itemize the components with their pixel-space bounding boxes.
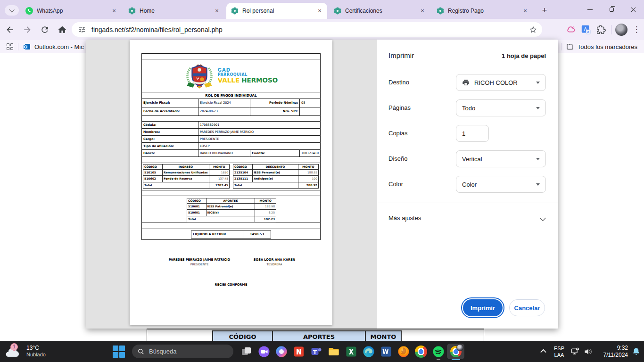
- all-bookmarks-button[interactable]: Todos los marcadores: [566, 43, 637, 50]
- url-bar[interactable]: fingads.net/sf2/nomina/files/rol_persona…: [72, 22, 542, 37]
- close-window-button[interactable]: [622, 0, 644, 19]
- tab-label: Rol personal: [242, 8, 316, 14]
- tab-rol-personal[interactable]: Rol personal ×: [226, 3, 327, 19]
- apps-grid-icon[interactable]: [7, 43, 13, 50]
- org-line-3: VALLEHERMOSO: [218, 77, 278, 84]
- tab-certificaciones[interactable]: Certificaciones ×: [329, 3, 430, 19]
- doc-row-nombres: Nombres:PAREDES PERRAZO JAIME PATRICIO: [142, 129, 320, 136]
- reload-icon: [40, 25, 50, 34]
- pdf-app-icon[interactable]: [290, 344, 307, 359]
- tab-search-button[interactable]: [5, 5, 19, 16]
- tab-whatsapp[interactable]: WhatsApp ×: [21, 3, 122, 19]
- doc-liquido-row: LIQUIDO A RECIBIR 1498.53: [142, 229, 320, 239]
- chevron-down-icon[interactable]: [540, 215, 546, 221]
- fingads-icon: [437, 7, 444, 15]
- caret-down-icon: [536, 107, 540, 109]
- bookmark-star-icon[interactable]: [529, 25, 537, 34]
- chrome-icon[interactable]: [412, 344, 429, 359]
- teams-icon[interactable]: [307, 344, 325, 359]
- kebab-icon: ⋮: [633, 25, 641, 34]
- tab-registro-pago[interactable]: Registro Pago ×: [432, 3, 533, 19]
- caret-down-icon: [536, 158, 540, 160]
- task-view-button[interactable]: [238, 344, 255, 359]
- browser-menu-button[interactable]: ⋮: [629, 22, 644, 37]
- excel-icon[interactable]: [342, 344, 360, 359]
- profile-avatar[interactable]: [614, 22, 629, 37]
- clock[interactable]: 9:32 7/11/2024: [595, 345, 628, 359]
- back-button[interactable]: [2, 22, 17, 37]
- doc-empty-row: [142, 222, 320, 229]
- copilot-icon[interactable]: [272, 344, 290, 359]
- color-value: Color: [462, 181, 477, 188]
- cancel-button[interactable]: Cancelar: [509, 299, 545, 316]
- translate-icon[interactable]: Aa: [578, 22, 594, 37]
- org-line-1: GAD: [218, 68, 278, 73]
- destination-label: Destino: [388, 79, 409, 86]
- file-explorer-icon[interactable]: [325, 344, 342, 359]
- network-tray-icon[interactable]: [569, 341, 582, 362]
- close-icon[interactable]: ×: [110, 7, 118, 15]
- doc-empty-row: [142, 157, 320, 163]
- divider: [377, 203, 558, 203]
- avatar: [615, 24, 627, 36]
- weather-widget[interactable]: 1 13°C Nublado: [4, 343, 46, 359]
- notification-bell[interactable]: [628, 341, 644, 362]
- org-name-block: GAD PARROQUIAL VALLEHERMOSO: [218, 68, 278, 84]
- print-preview-area: GAD PARROQUIAL VALLEHERMOSO ROL DE PAGOS…: [86, 40, 377, 329]
- print-button-focus-ring: Imprimir: [461, 297, 504, 318]
- date: 7/11/2024: [595, 352, 628, 359]
- language-indicator[interactable]: ESP LAA: [550, 345, 569, 358]
- print-settings-panel: Imprimir 1 hoja de papel Destino RICOH C…: [377, 40, 558, 329]
- taskbar-search[interactable]: Búsqueda: [132, 345, 233, 358]
- close-icon[interactable]: ×: [316, 7, 323, 15]
- pages-dropdown[interactable]: Todo: [456, 99, 546, 116]
- copies-input[interactable]: 1: [456, 125, 489, 142]
- aportes-table: CÓDIGOAPORTESMONTO 510601IESS Patronal(e…: [187, 198, 276, 222]
- extensions-puzzle-icon[interactable]: [594, 22, 609, 37]
- notification-badge: 1: [10, 343, 18, 351]
- maximize-button[interactable]: [601, 0, 622, 19]
- layout-dropdown[interactable]: Vertical: [456, 150, 546, 167]
- search-icon: [138, 348, 144, 355]
- tab-home[interactable]: Home ×: [124, 3, 224, 19]
- whatsapp-icon: [25, 7, 33, 15]
- sheet-count: 1 hoja de papel: [502, 52, 546, 59]
- copies-label: Copias: [388, 130, 407, 137]
- close-icon[interactable]: ×: [419, 7, 426, 15]
- bookmark-outlook[interactable]: Outlook.com - Mic: [23, 43, 84, 50]
- minimize-button[interactable]: [579, 0, 601, 19]
- word-icon[interactable]: [377, 344, 395, 359]
- more-settings-button[interactable]: Más ajustes: [388, 214, 421, 222]
- toolbar-extensions: Aa ⋮: [563, 19, 644, 40]
- print-button[interactable]: Imprimir: [463, 299, 503, 316]
- chrome-active-window-icon[interactable]: [447, 344, 464, 359]
- caret-down-icon: [536, 183, 540, 186]
- reload-button[interactable]: [37, 22, 52, 37]
- layout-label: Diseño: [388, 155, 407, 162]
- close-icon[interactable]: ×: [213, 7, 221, 15]
- forward-button[interactable]: [20, 22, 35, 37]
- close-icon[interactable]: ×: [521, 7, 529, 15]
- color-dropdown[interactable]: Color: [456, 176, 546, 193]
- tab-strip: WhatsApp × Home × Rol personal × Certifi…: [0, 0, 644, 19]
- new-tab-button[interactable]: +: [538, 5, 551, 17]
- volume-tray-icon[interactable]: [582, 341, 595, 362]
- start-button[interactable]: [112, 345, 125, 358]
- spotify-icon[interactable]: [429, 344, 447, 359]
- firefox-icon[interactable]: [395, 344, 412, 359]
- pages-label: Páginas: [388, 104, 411, 111]
- video-call-app-icon[interactable]: [255, 344, 272, 359]
- edge-icon[interactable]: [360, 344, 377, 359]
- running-indicator: [437, 359, 440, 360]
- forward-icon: [23, 25, 32, 34]
- tray-chevron-up[interactable]: [537, 341, 550, 362]
- pages-value: Todo: [462, 105, 475, 112]
- home-button[interactable]: [55, 22, 70, 37]
- doc-row-afiliacion: Tipo de afiliación:LOSEP: [142, 143, 320, 150]
- restore-icon: [610, 8, 614, 12]
- time: 9:32: [595, 345, 628, 352]
- doc-logo-row: GAD PARROQUIAL VALLEHERMOSO: [142, 59, 320, 92]
- doc-row-banco: Banco: BANCO BOLIVARIANO Cuenta: 1001214…: [142, 150, 320, 157]
- weather-extension-icon[interactable]: [563, 22, 578, 37]
- destination-dropdown[interactable]: RICOH COLOR: [456, 74, 546, 91]
